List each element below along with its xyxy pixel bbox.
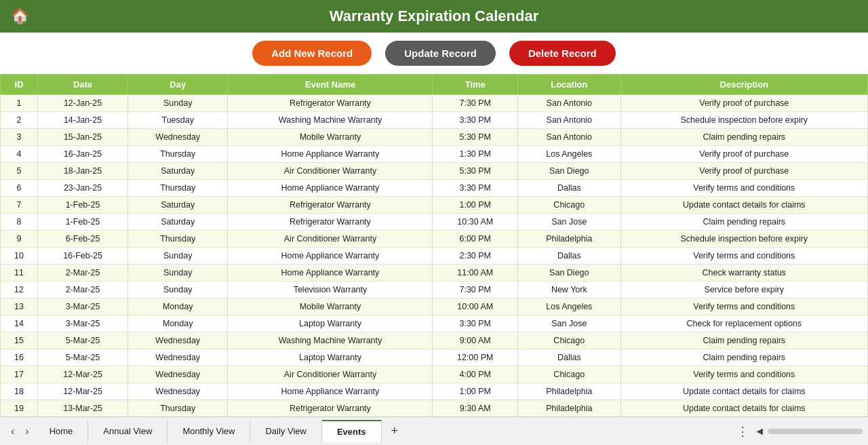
table-cell: 15 [1, 332, 38, 349]
table-cell: 16-Jan-25 [38, 146, 128, 163]
table-row[interactable]: 1016-Feb-25SundayHome Appliance Warranty… [1, 248, 868, 265]
table-cell: San Jose [518, 315, 621, 332]
table-cell: Wednesday [128, 129, 228, 146]
table-cell: Home Appliance Warranty [228, 383, 433, 400]
table-cell: Verify proof of purchase [620, 163, 867, 180]
table-cell: 12-Mar-25 [38, 383, 128, 400]
table-cell: 8 [1, 214, 38, 231]
table-row[interactable]: 315-Jan-25WednesdayMobile Warranty5:30 P… [1, 129, 868, 146]
table-cell: Update contact details for claims [620, 383, 867, 400]
table-row[interactable]: 623-Jan-25ThursdayHome Appliance Warrant… [1, 180, 868, 197]
table-cell: Service before expiry [620, 282, 867, 298]
delete-record-button[interactable]: Delete Record [509, 41, 616, 66]
table-container: IDDateDayEvent NameTimeLocationDescripti… [0, 74, 868, 417]
scroll-bar[interactable] [768, 429, 863, 434]
tab-annual-view[interactable]: Annual View [88, 420, 167, 442]
tab-scroll: ◄ [754, 425, 863, 438]
table-cell: 3-Mar-25 [38, 298, 128, 315]
table-cell: 6:00 PM [433, 231, 518, 248]
table-cell: 3:30 PM [433, 315, 518, 332]
table-cell: San Jose [518, 214, 621, 231]
table-cell: 15-Jan-25 [38, 129, 128, 146]
table-cell: Chicago [518, 332, 621, 349]
table-cell: Air Conditioner Warranty [228, 231, 433, 248]
table-cell: New York [518, 282, 621, 298]
table-cell: Washing Machine Warranty [228, 332, 433, 349]
table-row[interactable]: 112-Mar-25SundayHome Appliance Warranty1… [1, 265, 868, 282]
table-cell: Refrigerator Warranty [228, 95, 433, 112]
table-cell: Laptop Warranty [228, 349, 433, 366]
table-cell: Thursday [128, 146, 228, 163]
table-cell: Thursday [128, 180, 228, 197]
table-cell: San Antonio [518, 129, 621, 146]
col-header-description: Description [620, 75, 867, 95]
table-cell: 3 [1, 129, 38, 146]
table-cell: 3:30 PM [433, 112, 518, 129]
table-cell: 11 [1, 265, 38, 282]
table-cell: Wednesday [128, 349, 228, 366]
table-row[interactable]: 122-Mar-25SundayTelevision Warranty7:30 … [1, 282, 868, 298]
table-cell: Thursday [128, 231, 228, 248]
table-cell: Claim pending repairs [620, 129, 867, 146]
table-cell: Air Conditioner Warranty [228, 163, 433, 180]
table-cell: Verify proof of purchase [620, 95, 867, 112]
tab-menu-button[interactable]: ⋮ [731, 421, 754, 442]
nav-prev-button[interactable]: ‹ [5, 423, 20, 440]
table-row[interactable]: 518-Jan-25SaturdayAir Conditioner Warran… [1, 163, 868, 180]
table-cell: 7 [1, 197, 38, 214]
table-row[interactable]: 112-Jan-25SundayRefrigerator Warranty7:3… [1, 95, 868, 112]
add-record-button[interactable]: Add New Record [252, 41, 372, 66]
table-cell: 5 [1, 163, 38, 180]
tab-daily-view[interactable]: Daily View [250, 420, 321, 442]
table-row[interactable]: 1812-Mar-25WednesdayHome Appliance Warra… [1, 383, 868, 400]
table-cell: 3-Mar-25 [38, 315, 128, 332]
col-header-date: Date [38, 75, 128, 95]
table-cell: 16 [1, 349, 38, 366]
table-cell: Chicago [518, 366, 621, 383]
table-cell: 7:30 PM [433, 95, 518, 112]
table-cell: 1-Feb-25 [38, 197, 128, 214]
table-row[interactable]: 143-Mar-25MondayLaptop Warranty3:30 PMSa… [1, 315, 868, 332]
update-record-button[interactable]: Update Record [385, 41, 496, 66]
table-row[interactable]: 1712-Mar-25WednesdayAir Conditioner Warr… [1, 366, 868, 383]
table-cell: Philadelphia [518, 231, 621, 248]
table-cell: Sunday [128, 248, 228, 265]
table-row[interactable]: 81-Feb-25SaturdayRefrigerator Warranty10… [1, 214, 868, 231]
tab-events[interactable]: Events [322, 420, 382, 442]
table-cell: Sunday [128, 282, 228, 298]
table-row[interactable]: 416-Jan-25ThursdayHome Appliance Warrant… [1, 146, 868, 163]
table-cell: 1 [1, 95, 38, 112]
table-cell: Home Appliance Warranty [228, 180, 433, 197]
table-cell: 1:30 PM [433, 146, 518, 163]
table-cell: Saturday [128, 214, 228, 231]
table-row[interactable]: 214-Jan-25TuesdayWashing Machine Warrant… [1, 112, 868, 129]
table-cell: 13 [1, 298, 38, 315]
table-cell: 11:00 AM [433, 265, 518, 282]
table-cell: Check warranty status [620, 265, 867, 282]
table-cell: Verify terms and conditions [620, 180, 867, 197]
tab-monthly-view[interactable]: Monthly View [167, 420, 250, 442]
table-row[interactable]: 1913-Mar-25ThursdayRefrigerator Warranty… [1, 400, 868, 417]
tab-home[interactable]: Home [35, 420, 89, 442]
table-cell: San Diego [518, 265, 621, 282]
table-cell: 6 [1, 180, 38, 197]
table-cell: 9 [1, 231, 38, 248]
table-row[interactable]: 133-Mar-25MondayMobile Warranty10:00 AML… [1, 298, 868, 315]
table-cell: Los Angeles [518, 298, 621, 315]
scroll-left-button[interactable]: ◄ [754, 425, 765, 438]
table-row[interactable]: 165-Mar-25WednesdayLaptop Warranty12:00 … [1, 349, 868, 366]
page-title: Warranty Expiration Calendar [330, 7, 538, 25]
home-icon[interactable]: 🏠 [11, 7, 29, 25]
nav-next-button[interactable]: › [20, 423, 34, 440]
table-row[interactable]: 155-Mar-25WednesdayWashing Machine Warra… [1, 332, 868, 349]
table-row[interactable]: 96-Feb-25ThursdayAir Conditioner Warrant… [1, 231, 868, 248]
table-cell: 12:00 PM [433, 349, 518, 366]
table-cell: 5:30 PM [433, 163, 518, 180]
tab-add-button[interactable]: + [382, 421, 408, 441]
table-cell: San Antonio [518, 95, 621, 112]
table-cell: Television Warranty [228, 282, 433, 298]
table-row[interactable]: 71-Feb-25SaturdayRefrigerator Warranty1:… [1, 197, 868, 214]
table-cell: Wednesday [128, 366, 228, 383]
header: 🏠 Warranty Expiration Calendar [0, 0, 868, 33]
tab-items: HomeAnnual ViewMonthly ViewDaily ViewEve… [35, 420, 382, 442]
